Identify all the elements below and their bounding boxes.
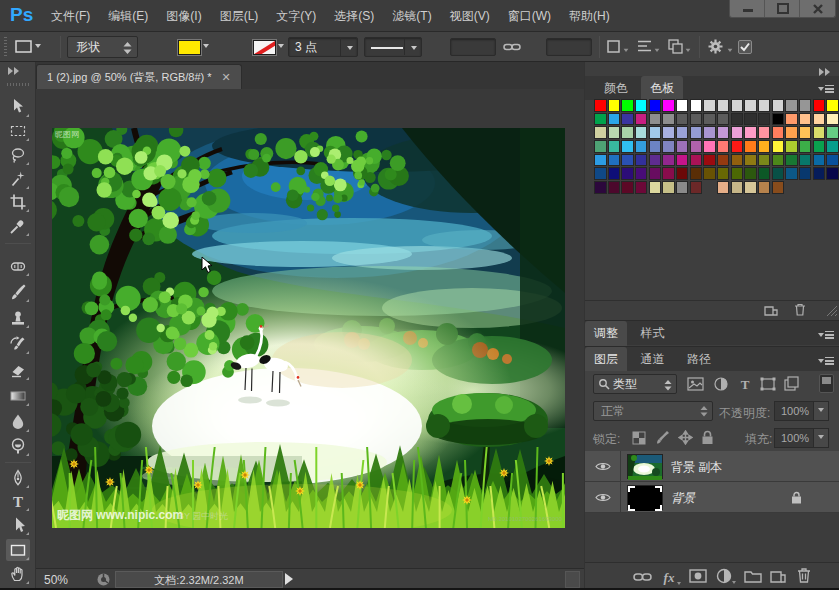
swatch-5-9[interactable] bbox=[717, 167, 730, 180]
tab-paths[interactable]: 路径 bbox=[678, 347, 720, 373]
swatch-5-15[interactable] bbox=[799, 167, 812, 180]
swatch-1-7[interactable] bbox=[690, 113, 703, 126]
layer-thumbnail[interactable] bbox=[627, 485, 663, 510]
menu-7[interactable]: 视图(V) bbox=[441, 0, 499, 32]
swatch-6-1[interactable] bbox=[608, 181, 621, 194]
canvas-image[interactable]: 昵图网昵图网 www.nipic.comBY 园中时光NO.2010102700… bbox=[52, 128, 565, 528]
swatch-3-0[interactable] bbox=[594, 140, 607, 153]
swatch-0-3[interactable] bbox=[635, 99, 648, 112]
menu-3[interactable]: 图层(L) bbox=[211, 0, 268, 32]
swatch-5-5[interactable] bbox=[662, 167, 675, 180]
path-operations-button[interactable] bbox=[605, 38, 629, 57]
swatch-2-2[interactable] bbox=[621, 126, 634, 139]
swatch-5-10[interactable] bbox=[731, 167, 744, 180]
eraser-tool[interactable] bbox=[6, 359, 30, 381]
swatch-4-1[interactable] bbox=[608, 154, 621, 167]
filter-type-layers-icon[interactable]: T bbox=[738, 376, 752, 392]
swatch-3-6[interactable] bbox=[676, 140, 689, 153]
swatch-4-6[interactable] bbox=[676, 154, 689, 167]
layer-thumbnail[interactable] bbox=[627, 454, 663, 479]
swatch-3-2[interactable] bbox=[621, 140, 634, 153]
swatch-5-12[interactable] bbox=[758, 167, 771, 180]
swatch-4-10[interactable] bbox=[731, 154, 744, 167]
swatch-2-8[interactable] bbox=[703, 126, 716, 139]
swatch-1-3[interactable] bbox=[635, 113, 648, 126]
lasso-tool[interactable] bbox=[6, 144, 30, 166]
layer-name[interactable]: 背景 bbox=[671, 490, 695, 507]
minimize-button[interactable] bbox=[730, 0, 765, 17]
swatch-5-17[interactable] bbox=[826, 167, 839, 180]
swatch-4-13[interactable] bbox=[772, 154, 785, 167]
lock-transparency-icon[interactable] bbox=[632, 431, 647, 445]
geometry-options-gear[interactable] bbox=[707, 38, 733, 57]
swatch-3-3[interactable] bbox=[635, 140, 648, 153]
swatch-5-3[interactable] bbox=[635, 167, 648, 180]
document-tab[interactable]: 1 (2).jpg @ 50% (背景, RGB/8#) * ✕ bbox=[36, 64, 242, 89]
swatch-3-5[interactable] bbox=[662, 140, 675, 153]
menu-0[interactable]: 文件(F) bbox=[42, 0, 99, 32]
swatch-1-15[interactable] bbox=[799, 113, 812, 126]
layer-name[interactable]: 背景 副本 bbox=[671, 459, 722, 476]
swatch-2-17[interactable] bbox=[826, 126, 839, 139]
swatch-3-11[interactable] bbox=[744, 140, 757, 153]
filter-shape-layers-icon[interactable] bbox=[760, 376, 777, 392]
adjustments-panel-menu-icon[interactable] bbox=[818, 330, 834, 342]
swatches-panel-menu-icon[interactable] bbox=[818, 84, 834, 96]
swatch-2-13[interactable] bbox=[772, 126, 785, 139]
swatch-0-7[interactable] bbox=[690, 99, 703, 112]
swatch-1-9[interactable] bbox=[717, 113, 730, 126]
lock-all-icon[interactable] bbox=[701, 430, 714, 445]
swatch-3-17[interactable] bbox=[826, 140, 839, 153]
swatch-3-10[interactable] bbox=[731, 140, 744, 153]
swatch-4-17[interactable] bbox=[826, 154, 839, 167]
swatch-6-0[interactable] bbox=[594, 181, 607, 194]
swatch-1-12[interactable] bbox=[758, 113, 771, 126]
swatch-1-14[interactable] bbox=[785, 113, 798, 126]
eyedropper-tool[interactable] bbox=[6, 215, 30, 237]
swatch-6-10[interactable] bbox=[731, 181, 744, 194]
swatch-0-14[interactable] bbox=[785, 99, 798, 112]
tab-adjustments[interactable]: 调整 bbox=[585, 321, 627, 347]
layer-row-1[interactable]: 背景 bbox=[585, 482, 839, 513]
filter-pixel-layers-icon[interactable] bbox=[687, 376, 705, 392]
rectangle-tool[interactable] bbox=[6, 539, 30, 561]
path-arrangement-button[interactable] bbox=[667, 38, 691, 57]
swatch-0-11[interactable] bbox=[744, 99, 757, 112]
opacity-value[interactable]: 100% bbox=[774, 401, 814, 421]
swatch-4-11[interactable] bbox=[744, 154, 757, 167]
swatch-6-9[interactable] bbox=[717, 181, 730, 194]
swatch-3-8[interactable] bbox=[703, 140, 716, 153]
dodge-tool[interactable] bbox=[6, 435, 30, 457]
new-layer-icon[interactable] bbox=[770, 568, 786, 583]
swatch-1-13[interactable] bbox=[772, 113, 785, 126]
fill-dropdown-icon[interactable] bbox=[814, 428, 829, 448]
swatch-6-2[interactable] bbox=[621, 181, 634, 194]
delete-layer-icon[interactable] bbox=[797, 567, 811, 583]
swatch-5-7[interactable] bbox=[690, 167, 703, 180]
magic-wand-tool[interactable] bbox=[6, 168, 30, 190]
close-document-icon[interactable]: ✕ bbox=[222, 71, 231, 84]
menu-4[interactable]: 文字(Y) bbox=[267, 0, 325, 32]
new-adjustment-layer-icon[interactable] bbox=[716, 568, 736, 584]
tool-preset-button[interactable] bbox=[13, 36, 53, 58]
swatch-3-14[interactable] bbox=[785, 140, 798, 153]
swatch-0-6[interactable] bbox=[676, 99, 689, 112]
swatch-5-4[interactable] bbox=[649, 167, 662, 180]
swatch-6-3[interactable] bbox=[635, 181, 648, 194]
add-mask-icon[interactable] bbox=[689, 568, 707, 584]
swatch-1-6[interactable] bbox=[676, 113, 689, 126]
swatch-4-14[interactable] bbox=[785, 154, 798, 167]
new-swatch-icon[interactable] bbox=[764, 304, 778, 316]
swatch-4-16[interactable] bbox=[813, 154, 826, 167]
swatch-0-13[interactable] bbox=[772, 99, 785, 112]
swatch-1-2[interactable] bbox=[621, 113, 634, 126]
swatch-4-5[interactable] bbox=[662, 154, 675, 167]
swatch-6-13[interactable] bbox=[772, 181, 785, 194]
swatch-1-17[interactable] bbox=[826, 113, 839, 126]
filter-smart-objects-icon[interactable] bbox=[784, 376, 800, 392]
swatch-1-1[interactable] bbox=[608, 113, 621, 126]
layers-panel-menu-icon[interactable] bbox=[818, 356, 834, 368]
swatch-5-1[interactable] bbox=[608, 167, 621, 180]
document-size-status[interactable]: 文档:2.32M/2.32M bbox=[115, 571, 283, 588]
swatch-1-0[interactable] bbox=[594, 113, 607, 126]
